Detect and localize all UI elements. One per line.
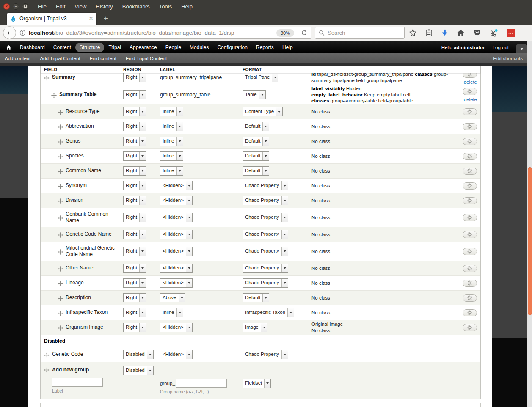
region-select[interactable]: Disabled [123, 350, 154, 359]
menu-tools[interactable]: Tools [159, 3, 172, 10]
edit-settings-button[interactable] [463, 324, 477, 331]
edit-settings-button[interactable] [463, 73, 477, 78]
region-select[interactable]: Right [123, 213, 146, 222]
region-select[interactable]: Right [123, 278, 146, 288]
region-select[interactable]: Right [123, 151, 146, 161]
search-input[interactable]: Search [315, 27, 405, 39]
edit-settings-button[interactable] [463, 214, 477, 221]
edit-settings-button[interactable] [463, 108, 477, 116]
region-select[interactable]: Right [123, 196, 146, 205]
back-button[interactable] [3, 26, 16, 39]
label-select[interactable]: Inline [160, 166, 183, 176]
label-select[interactable]: <Hidden> [160, 213, 193, 222]
format-select[interactable]: Default [243, 166, 269, 176]
scrollbar-thumb[interactable] [528, 167, 532, 315]
format-select[interactable]: Table [243, 90, 266, 99]
label-select[interactable]: Inline [160, 308, 183, 317]
drag-handle-icon[interactable] [58, 198, 63, 204]
format-select[interactable]: Chado Property [243, 247, 288, 256]
region-select[interactable]: Right [123, 293, 146, 302]
region-select[interactable]: Disabled [123, 366, 154, 375]
label-select[interactable]: Above [160, 293, 185, 302]
new-tab-button[interactable]: + [101, 15, 111, 22]
url-bar[interactable]: localhost/bio_data/3#overlay=admin/struc… [10, 27, 311, 39]
format-select[interactable]: Content Type [243, 107, 283, 116]
menu-view[interactable]: View [74, 3, 86, 10]
drag-handle-icon[interactable] [58, 184, 63, 189]
label-select[interactable]: Inline [160, 122, 183, 131]
label-select[interactable]: Inline [160, 107, 183, 116]
region-select[interactable]: Right [123, 230, 146, 239]
browser-tab[interactable]: Organism | Tripal v3 ✕ [7, 13, 96, 25]
region-select[interactable]: Right [123, 323, 146, 332]
region-select[interactable]: Right [123, 166, 146, 176]
region-select[interactable]: Right [123, 308, 146, 317]
drag-handle-icon[interactable] [44, 352, 50, 358]
format-select[interactable]: Chado Property [243, 350, 288, 359]
menu-bookmarks[interactable]: Bookmarks [122, 3, 150, 10]
format-select[interactable]: Default [243, 293, 269, 302]
drag-handle-icon[interactable] [58, 215, 63, 221]
edit-settings-button[interactable] [463, 168, 477, 175]
admin-menu-dashboard[interactable]: Dashboard [16, 43, 49, 52]
edit-settings-button[interactable] [463, 231, 477, 238]
format-select[interactable]: Image [243, 323, 267, 332]
region-select[interactable]: Right [123, 90, 146, 99]
edit-settings-button[interactable] [463, 197, 477, 204]
bookmark-star-icon[interactable] [409, 29, 417, 37]
edit-shortcuts-link[interactable]: Edit shortcuts [493, 56, 523, 61]
format-select[interactable]: Fieldset [243, 379, 271, 388]
edit-settings-button[interactable] [463, 182, 477, 190]
new-group-name-input[interactable] [176, 379, 227, 388]
format-select[interactable]: Default [243, 122, 269, 131]
label-select[interactable]: <Hidden> [160, 323, 193, 332]
drag-handle-icon[interactable] [58, 296, 63, 301]
drag-handle-icon[interactable] [58, 311, 63, 316]
pocket-icon[interactable] [473, 29, 481, 37]
format-select[interactable]: Infraspecific Taxon [243, 308, 294, 317]
window-minimize-button[interactable]: – [13, 3, 19, 10]
menu-edit[interactable]: Edit [56, 3, 65, 10]
region-select[interactable]: Right [123, 247, 146, 256]
drag-handle-icon[interactable] [44, 75, 50, 81]
drag-handle-icon[interactable] [58, 124, 63, 130]
browser-scrollbar[interactable] [527, 41, 532, 407]
menu-history[interactable]: History [96, 3, 113, 10]
home-icon[interactable] [457, 29, 465, 37]
admin-menu-configuration[interactable]: Configuration [213, 43, 251, 52]
lastpass-icon[interactable]: ... [507, 29, 515, 37]
region-select[interactable]: Right [123, 264, 146, 273]
zoom-level-badge[interactable]: 80% [276, 29, 294, 37]
delete-link[interactable]: delete [464, 80, 477, 85]
admin-menu-content[interactable]: Content [49, 43, 75, 52]
bookmarks-sidebar-icon[interactable] [425, 29, 433, 37]
label-select[interactable]: <Hidden> [160, 278, 193, 288]
menu-file[interactable]: File [38, 3, 47, 10]
drag-handle-icon[interactable] [58, 169, 63, 174]
admin-menu-help[interactable]: Help [278, 43, 297, 52]
label-select[interactable]: <Hidden> [160, 181, 193, 190]
admin-menu-appearance[interactable]: Appearance [125, 43, 161, 52]
reload-button[interactable] [297, 30, 311, 36]
drag-handle-icon[interactable] [58, 232, 63, 238]
shortcut-add-content[interactable]: Add content [0, 56, 35, 61]
region-select[interactable]: Right [123, 107, 146, 116]
edit-settings-button[interactable] [463, 248, 477, 255]
edit-settings-button[interactable] [463, 138, 477, 145]
region-select[interactable]: Right [123, 137, 146, 146]
edit-settings-button[interactable] [463, 280, 477, 287]
format-select[interactable]: Chado Property [243, 196, 288, 205]
screenshot-tool-icon[interactable] [490, 29, 498, 37]
delete-link[interactable]: delete [464, 97, 477, 102]
edit-settings-button[interactable] [463, 294, 477, 302]
format-select[interactable]: Default [243, 137, 269, 146]
label-select[interactable]: <Hidden> [160, 196, 193, 205]
shortcut-find-content[interactable]: Find content [85, 56, 121, 61]
admin-menu-structure[interactable]: Structure [75, 43, 105, 52]
format-select[interactable]: Chado Property [243, 264, 288, 273]
drag-handle-icon[interactable] [58, 281, 63, 286]
shortcut-add-tripal-content[interactable]: Add Tripal Content [35, 56, 85, 61]
format-select[interactable]: Chado Property [243, 278, 288, 288]
drag-handle-icon[interactable] [58, 139, 63, 145]
edit-settings-button[interactable] [463, 88, 477, 95]
